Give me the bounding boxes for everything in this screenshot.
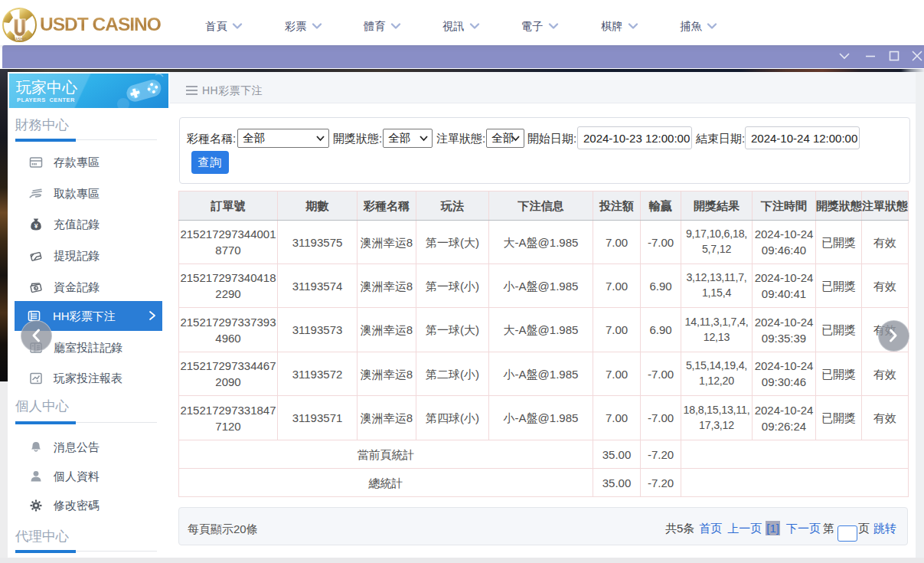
- svg-text:¥: ¥: [34, 222, 38, 230]
- svg-text:CASINO: CASINO: [13, 38, 27, 41]
